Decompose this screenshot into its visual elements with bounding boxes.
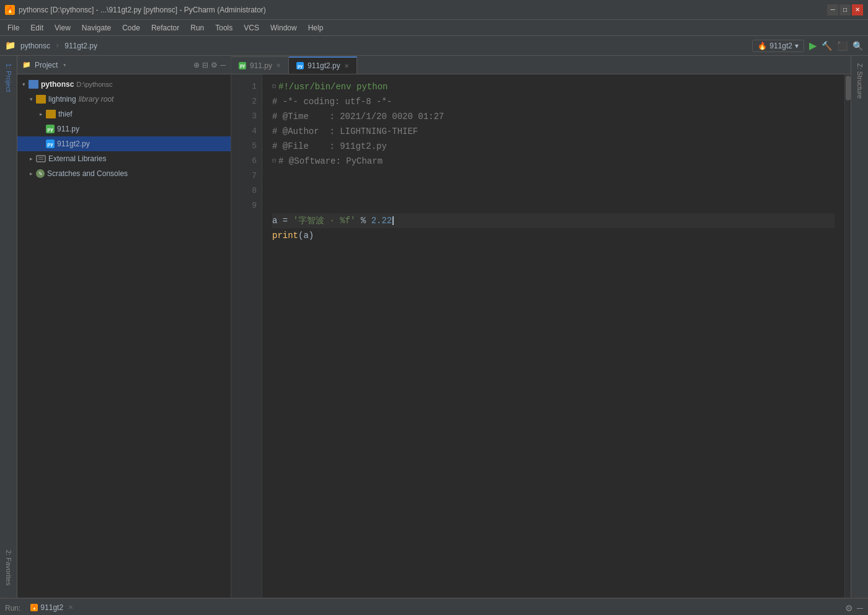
nav-file[interactable]: 911gt2.py [64, 42, 97, 50]
fold-marker-6[interactable]: ⊟ [272, 154, 276, 169]
window-controls[interactable]: ─ □ ✕ [827, 4, 863, 15]
tree-label-pythonsc: pythonsc [41, 80, 74, 89]
tree-arrow-pythonsc: ▾ [20, 81, 27, 88]
bottom-panel: Run: 🔥 911gt2 ✕ ⚙ ─ 4: Run ▶ ▲ ▼ ⤵ 🖨 🗑 D… [0, 598, 868, 615]
tree-path-pythonsc: D:\pythonsc [76, 81, 112, 88]
menu-window[interactable]: Window [265, 22, 302, 33]
tree-label-911gt2py: 911gt2.py [57, 139, 90, 148]
tree-item-lightning[interactable]: ▾ lightning library root [17, 92, 231, 107]
tab-icon-911gt2py: py [296, 62, 304, 69]
maximize-button[interactable]: □ [839, 4, 851, 15]
tree-item-911gt2py[interactable]: ▸ py 911gt2.py [17, 136, 231, 151]
close-button[interactable]: ✕ [852, 4, 863, 15]
menu-navigate[interactable]: Navigate [77, 22, 116, 33]
sidebar-item-project[interactable]: 1: Project [4, 56, 14, 99]
right-tool-strip: Z: Structure [851, 56, 868, 598]
tab-label-911py: 911.py [250, 61, 272, 70]
sidebar-item-structure[interactable]: Z: Structure [855, 56, 865, 106]
minimize-button[interactable]: ─ [827, 4, 838, 15]
tab-close-911py[interactable]: ✕ [276, 62, 281, 69]
scrollbar-thumb[interactable] [846, 76, 851, 100]
tree-arrow-scratches: ▸ [27, 170, 35, 177]
tree-label-scratches: Scratches and Consoles [47, 169, 128, 178]
project-hide-button[interactable]: ─ [220, 61, 226, 69]
title-bar-left: 🔥 pythonsc [D:\pythonsc] - ...\911gt2.py… [5, 5, 266, 15]
tree-item-external-libs[interactable]: ▸ External Libraries [17, 151, 231, 166]
tab-911gt2py[interactable]: py 911gt2.py ✕ [289, 56, 357, 74]
run-button[interactable]: ▶ [809, 40, 817, 51]
menu-vcs[interactable]: VCS [239, 22, 264, 33]
menu-help[interactable]: Help [303, 22, 329, 33]
run-label: Run: [5, 604, 20, 613]
project-header-icons: ⊕ ⊟ ⚙ ─ [193, 61, 226, 69]
menu-run[interactable]: Run [185, 22, 209, 33]
bottom-hide-button[interactable]: ─ [857, 603, 863, 613]
app-icon: 🔥 [5, 5, 15, 15]
tree-arrow-external: ▸ [27, 155, 35, 162]
tree-item-pythonsc[interactable]: ▾ pythonsc D:\pythonsc [17, 77, 231, 92]
run-tab-icon: 🔥 [30, 604, 38, 611]
main-layout: 1: Project 2: Favorites 📁 Project ▾ ⊕ ⊟ … [0, 56, 868, 598]
tab-911py[interactable]: py 911.py ✕ [231, 56, 289, 74]
project-dropdown-icon[interactable]: ▾ [63, 61, 66, 69]
editor-scrollbar[interactable] [844, 74, 851, 598]
tree-item-scratches[interactable]: ▸ ✎ Scratches and Consoles [17, 166, 231, 181]
left-tool-strip: 1: Project 2: Favorites [0, 56, 17, 598]
code-line-3: # @Time : 2021/1/20 0020 01:27 [272, 109, 835, 124]
menu-view[interactable]: View [50, 22, 76, 33]
run-tab-close[interactable]: ✕ [68, 604, 73, 611]
run-config-name: 911gt2 [769, 42, 792, 50]
folder-icon-thief [46, 110, 56, 118]
tree-arrow-lightning: ▾ [27, 95, 35, 103]
tree-arrow-thief: ▸ [37, 110, 45, 118]
tab-label-911gt2py: 911gt2.py [308, 61, 340, 70]
nav-project[interactable]: pythonsc [20, 42, 50, 50]
build-button[interactable]: 🔨 [822, 41, 832, 51]
menu-tools[interactable]: Tools [210, 22, 237, 33]
external-libs-icon [36, 154, 46, 163]
menu-file[interactable]: File [2, 22, 24, 33]
menu-edit[interactable]: Edit [25, 22, 48, 33]
tree-label-external-libs: External Libraries [48, 154, 106, 163]
tree-item-thief[interactable]: ▸ thief [17, 107, 231, 122]
menu-refactor[interactable]: Refactor [146, 22, 184, 33]
nav-bar: 📁 pythonsc › 911gt2.py 🔥 911gt2 ▾ ▶ 🔨 ⬛ … [0, 36, 868, 56]
code-editor[interactable]: 1 2 3 4 5 6 7 8 9 ⊟#!/usr/bin/env python… [231, 74, 851, 598]
svg-rect-0 [37, 156, 45, 162]
code-line-4: # @Author : LIGHTNING-THIEF [272, 124, 835, 139]
title-text: pythonsc [D:\pythonsc] - ...\911gt2.py [… [19, 6, 266, 14]
project-add-button[interactable]: ⊕ [193, 61, 200, 69]
code-line-7 [272, 169, 835, 213]
menu-bar: File Edit View Navigate Code Refactor Ru… [0, 20, 868, 36]
pyfile-icon-911: py [46, 125, 55, 133]
menu-code[interactable]: Code [117, 22, 145, 33]
project-tree: ▾ pythonsc D:\pythonsc ▾ lightning libra… [17, 74, 231, 598]
code-line-6: ⊟# @Software: PyCharm [272, 154, 835, 169]
bottom-settings-button[interactable]: ⚙ [845, 603, 853, 613]
run-config-icon: 🔥 [758, 42, 767, 50]
code-content[interactable]: ⊟#!/usr/bin/env python # -*- coding: utf… [262, 74, 844, 598]
tab-close-911gt2py[interactable]: ✕ [344, 63, 349, 69]
project-collapse-button[interactable]: ⊟ [202, 61, 208, 69]
sidebar-item-favorites[interactable]: 2: Favorites [4, 542, 14, 593]
bottom-tabs-bar: Run: 🔥 911gt2 ✕ ⚙ ─ [0, 599, 868, 615]
nav-right: 🔥 911gt2 ▾ ▶ 🔨 ⬛ 🔍 [752, 40, 863, 52]
scratch-icon: ✎ [36, 169, 45, 178]
editor-tabs: py 911.py ✕ py 911gt2.py ✕ [231, 56, 851, 74]
pyfile-icon-911gt2: py [46, 139, 55, 148]
code-line-9: print(a) [272, 228, 835, 243]
search-button[interactable]: 🔍 [852, 41, 863, 51]
project-folder-icon: 📁 [22, 61, 31, 69]
code-line-5: # @File : 911gt2.py [272, 139, 835, 154]
project-settings-button[interactable]: ⚙ [211, 61, 218, 69]
tree-label-thief: thief [58, 110, 73, 118]
code-line-2: # -*- coding: utf-8 -*- [272, 94, 835, 109]
tree-item-911py[interactable]: ▸ py 911.py [17, 122, 231, 136]
run-config-button[interactable]: 🔥 911gt2 ▾ [752, 40, 804, 52]
title-bar: 🔥 pythonsc [D:\pythonsc] - ...\911gt2.py… [0, 0, 868, 20]
folder-icon-lightning [36, 95, 46, 104]
bottom-tab-run[interactable]: 🔥 911gt2 ✕ [23, 600, 81, 616]
code-line-8: a = '字智波 · %f' % 2.22 [272, 213, 835, 228]
stop-button[interactable]: ⬛ [837, 41, 848, 51]
fold-marker-1[interactable]: ⊟ [272, 79, 276, 94]
